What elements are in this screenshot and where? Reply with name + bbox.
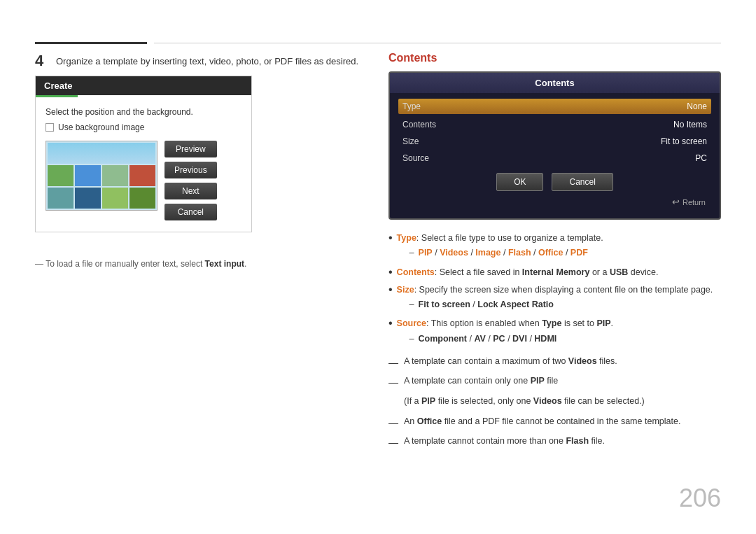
- top-lines: [35, 42, 721, 44]
- dash-note-2: — A template can contain only one PIP fi…: [388, 373, 721, 392]
- preview-mixed: [102, 165, 128, 186]
- step-description: Organize a template by inserting text, v…: [56, 56, 358, 66]
- bullet-size-content: Size: Specify the screen size when displ…: [397, 283, 713, 314]
- em-dash-2: —: [388, 373, 398, 392]
- return-label: Return: [682, 198, 706, 206]
- step-number: 4: [35, 52, 43, 70]
- size-colon: : Specify the screen size when displayin…: [414, 285, 713, 295]
- background-image-label: Use background image: [58, 122, 144, 132]
- internal-memory-bold: Internal Memory: [522, 267, 590, 277]
- office-link: Office: [538, 248, 563, 258]
- contents-device: device.: [628, 267, 658, 277]
- flash-link: Flash: [508, 248, 531, 258]
- bullet-contents-content: Contents: Select a file saved in Interna…: [397, 265, 659, 280]
- size-row: Size Fit to screen: [398, 134, 711, 149]
- size-bold: Size: [397, 285, 414, 295]
- dialog-return: ↩ Return: [398, 194, 711, 211]
- dash-note-4-text: An Office file and a PDF file cannot be …: [404, 414, 680, 430]
- next-button[interactable]: Next: [164, 183, 217, 199]
- dash-note-3-text: (If a PIP file is selected, only one Vid…: [404, 393, 645, 410]
- av-bold: AV: [474, 334, 485, 344]
- pc-bold: PC: [493, 334, 505, 344]
- bullet-dot-2: •: [388, 265, 393, 280]
- ok-button[interactable]: OK: [496, 173, 543, 191]
- usb-bold: USB: [610, 267, 628, 277]
- contents-row: Contents No Items: [398, 117, 711, 132]
- contents-label: Contents: [402, 120, 436, 129]
- return-arrow-icon: ↩: [672, 197, 680, 207]
- bullet-source-content: Source: This option is enabled when Type…: [397, 316, 613, 348]
- source-type-bold: Type: [542, 318, 561, 328]
- type-label: Type: [402, 101, 421, 111]
- contents-bullet-list: • Type: Select a file type to use to org…: [388, 231, 721, 348]
- videos-link: Videos: [440, 248, 468, 258]
- preview-blue: [75, 165, 101, 186]
- source-value: PC: [695, 153, 707, 163]
- em-dash-4: —: [388, 414, 398, 433]
- em-dash-1: —: [388, 353, 398, 372]
- fit-to-screen-bold: Fit to screen: [419, 300, 470, 309]
- sub-dash-3: –: [410, 332, 414, 346]
- create-panel-body: Select the position and the background. …: [36, 97, 251, 232]
- source-label: Source: [402, 153, 429, 163]
- dash-note-5: — A template cannot contain more than on…: [388, 433, 721, 452]
- type-sub: – PIP / Videos / Image / Flash / Office …: [410, 246, 603, 260]
- contents-value: No Items: [673, 120, 707, 129]
- contents-colon: : Select a file saved in: [435, 267, 522, 277]
- size-label: Size: [402, 136, 419, 146]
- lock-aspect-bold: Lock Aspect Ratio: [477, 300, 554, 309]
- dash-note-4: — An Office file and a PDF file cannot b…: [388, 414, 721, 433]
- flash-note-bold: Flash: [566, 436, 589, 446]
- background-image-checkbox-row[interactable]: Use background image: [46, 122, 241, 132]
- dash-note-2-text: A template can contain only one PIP file: [404, 373, 558, 390]
- create-note: ― To load a file or manually enter text,…: [35, 259, 246, 269]
- source-is-set: is set to: [561, 318, 596, 328]
- text-input-link[interactable]: Text input: [205, 259, 244, 269]
- preview-sky: [48, 143, 155, 164]
- size-sub: – Fit to screen / Lock Aspect Ratio: [410, 297, 713, 312]
- dialog-body: Type None Contents No Items Size Fit to …: [390, 93, 720, 218]
- top-line-light: [154, 43, 721, 43]
- source-sub: – Component / AV / PC / DVI / HDMI: [410, 332, 613, 346]
- dash-note-5-text: A template cannot contain more than one …: [404, 433, 605, 450]
- bullet-type: • Type: Select a file type to use to org…: [388, 231, 721, 262]
- image-link: Image: [475, 248, 500, 258]
- type-colon: : Select a file type to use to organize …: [416, 233, 603, 243]
- pip-note2-bold: PIP: [421, 396, 435, 406]
- type-row[interactable]: Type None: [398, 99, 711, 114]
- page-number: 206: [679, 484, 721, 513]
- preview-green: [48, 165, 74, 186]
- previous-button[interactable]: Previous: [164, 162, 217, 178]
- bullet-contents: • Contents: Select a file saved in Inter…: [388, 265, 721, 280]
- preview-button[interactable]: Preview: [164, 141, 217, 157]
- template-preview: [46, 141, 158, 211]
- top-line-dark: [35, 42, 147, 44]
- bullet-type-content: Type: Select a file type to use to organ…: [397, 231, 603, 262]
- dash-note-1-text: A template can contain a maximum of two …: [404, 353, 617, 370]
- source-pip-bold: PIP: [596, 318, 610, 328]
- dialog-cancel-button[interactable]: Cancel: [552, 173, 612, 191]
- background-image-checkbox[interactable]: [46, 123, 54, 132]
- contents-section-title: Contents: [388, 52, 721, 64]
- type-value: None: [687, 101, 707, 111]
- contents-section: Contents Contents Type None Contents No …: [388, 52, 721, 454]
- videos-note-bold: Videos: [568, 356, 597, 366]
- create-panel-header: Create: [36, 76, 251, 95]
- cancel-button[interactable]: Cancel: [164, 204, 217, 220]
- source-sub-text: Component / AV / PC / DVI / HDMI: [419, 332, 557, 346]
- dialog-title-bar: Contents: [390, 73, 720, 93]
- contents-or: or a: [589, 267, 610, 277]
- size-sub-text: Fit to screen / Lock Aspect Ratio: [419, 297, 554, 312]
- pip-note-bold: PIP: [531, 376, 545, 386]
- component-bold: Component: [419, 334, 467, 344]
- contents-bold: Contents: [397, 267, 435, 277]
- create-buttons: Preview Previous Next Cancel: [164, 141, 217, 220]
- hdmi-bold: HDMI: [534, 334, 556, 344]
- videos-note2-bold: Videos: [533, 396, 562, 406]
- preview-lt-green: [102, 188, 128, 209]
- bullet-source: • Source: This option is enabled when Ty…: [388, 316, 721, 348]
- size-value: Fit to screen: [661, 136, 707, 146]
- dialog-buttons: OK Cancel: [398, 167, 711, 194]
- preview-red: [130, 165, 155, 186]
- type-bold: Type: [397, 233, 416, 243]
